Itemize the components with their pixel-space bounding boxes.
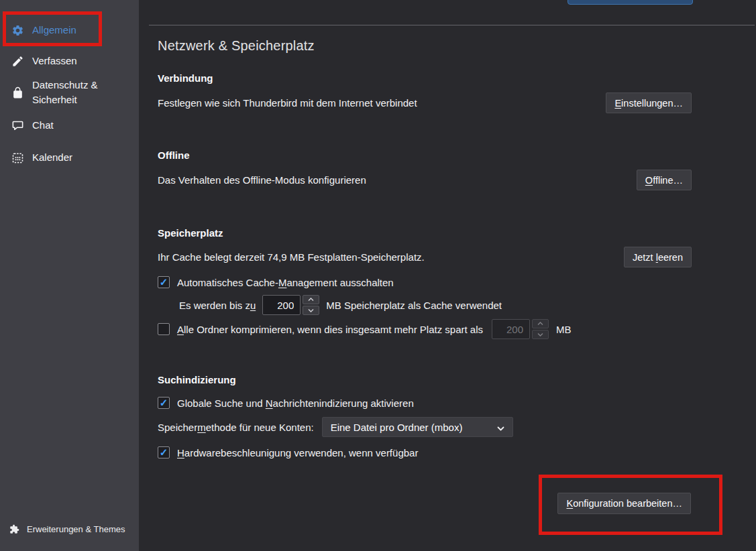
clear-cache-button[interactable]: Jetzt leeren bbox=[624, 247, 692, 267]
check-icon: ✓ bbox=[160, 277, 168, 287]
settings-content: Netzwerk & Speicherplatz Verbindung Fest… bbox=[139, 0, 756, 551]
sidebar-item-allgemein[interactable]: Allgemein bbox=[0, 19, 139, 42]
cache-size-decrement-button[interactable] bbox=[303, 306, 319, 315]
sidebar-item-label: Allgemein bbox=[32, 23, 76, 38]
cache-limit-label-pre: Es werden bis zu bbox=[179, 300, 256, 311]
connection-description: Festlegen wie sich Thunderbird mit dem I… bbox=[158, 97, 417, 109]
sidebar-item-label: Datenschutz & Sicherheit bbox=[32, 78, 111, 107]
offline-row: Das Verhalten des Offline-Modus konfigur… bbox=[158, 170, 692, 190]
global-search-checkbox[interactable]: ✓ bbox=[158, 397, 170, 409]
cache-management-checkbox-row: ✓ Automatisches Cache-Management ausscha… bbox=[158, 275, 394, 290]
settings-sidebar: Allgemein Verfassen Datenschutz & Sicher… bbox=[0, 0, 139, 551]
compact-folders-checkbox[interactable] bbox=[158, 323, 170, 335]
cache-management-label: Automatisches Cache-Management ausschalt… bbox=[177, 277, 394, 288]
calendar-icon bbox=[11, 151, 24, 164]
compact-folders-label: Alle Ordner komprimieren, wenn dies insg… bbox=[177, 324, 483, 335]
global-search-label: Globale Suche und Nachrichtenindizierung… bbox=[177, 397, 414, 409]
pencil-icon bbox=[11, 54, 24, 68]
section-title-suchindizierung: Suchindizierung bbox=[158, 374, 236, 385]
section-title-offline: Offline bbox=[158, 149, 190, 161]
sidebar-item-kalender[interactable]: Kalender bbox=[0, 147, 139, 168]
edit-config-button[interactable]: Konfiguration bearbeiten… bbox=[557, 493, 691, 514]
sidebar-item-label: Verfassen bbox=[32, 54, 77, 68]
connection-settings-button[interactable]: Einstellungen… bbox=[606, 93, 692, 113]
cache-status-row: Ihr Cache belegt derzeit 74,9 MB Festpla… bbox=[158, 247, 692, 267]
compact-threshold-input[interactable] bbox=[492, 319, 530, 339]
cache-size-input[interactable] bbox=[262, 295, 301, 315]
store-method-label: Speichermethode für neue Konten: bbox=[158, 422, 314, 433]
cache-management-checkbox[interactable]: ✓ bbox=[158, 276, 170, 288]
chevron-down-icon bbox=[497, 422, 504, 433]
sidebar-item-label: Chat bbox=[32, 118, 54, 133]
section-title-speicherplatz: Speicherplatz bbox=[158, 227, 223, 239]
sidebar-item-datenschutz-sicherheit[interactable]: Datenschutz & Sicherheit bbox=[0, 76, 139, 109]
sidebar-item-verfassen[interactable]: Verfassen bbox=[0, 51, 139, 71]
compact-threshold-increment-button[interactable] bbox=[532, 319, 549, 328]
gear-icon bbox=[11, 23, 24, 37]
compact-folders-row: Alle Ordner komprimieren, wenn dies insg… bbox=[158, 319, 572, 339]
connection-row: Festlegen wie sich Thunderbird mit dem I… bbox=[158, 93, 692, 113]
section-title-verbindung: Verbindung bbox=[158, 72, 213, 84]
hardware-acceleration-checkbox[interactable]: ✓ bbox=[158, 446, 170, 458]
offline-description: Das Verhalten des Offline-Modus konfigur… bbox=[158, 174, 366, 186]
thunderbird-settings-window: Allgemein Verfassen Datenschutz & Sicher… bbox=[0, 0, 756, 551]
cache-size-increment-button[interactable] bbox=[303, 295, 319, 304]
compact-threshold-unit: MB bbox=[556, 324, 572, 335]
section-divider bbox=[149, 25, 755, 25]
sidebar-item-chat[interactable]: Chat bbox=[0, 115, 139, 135]
sidebar-footer-label: Erweiterungen & Themes bbox=[27, 524, 125, 534]
puzzle-icon bbox=[9, 524, 19, 534]
sidebar-item-erweiterungen-themes[interactable]: Erweiterungen & Themes bbox=[0, 519, 139, 539]
global-search-row: ✓ Globale Suche und Nachrichtenindizieru… bbox=[158, 395, 414, 410]
clipped-blue-button[interactable] bbox=[568, 0, 693, 5]
hardware-acceleration-label: Hardwarebeschleunigung verwenden, wenn v… bbox=[177, 447, 418, 458]
page-title: Netzwerk & Speicherplatz bbox=[158, 38, 315, 54]
cache-limit-label-suffix: MB Speicherplatz als Cache verwendet bbox=[326, 300, 502, 311]
hardware-acceleration-row: ✓ Hardwarebeschleunigung verwenden, wenn… bbox=[158, 445, 418, 460]
store-method-row: Speichermethode für neue Konten: Eine Da… bbox=[158, 417, 513, 437]
check-icon: ✓ bbox=[160, 447, 168, 457]
sidebar-item-label: Kalender bbox=[32, 150, 72, 165]
compact-threshold-spinner bbox=[492, 319, 549, 339]
lock-icon bbox=[11, 86, 24, 99]
store-method-selected-option: Eine Datei pro Ordner (mbox) bbox=[331, 422, 463, 433]
cache-status-text: Ihr Cache belegt derzeit 74,9 MB Festpla… bbox=[158, 251, 425, 263]
compact-threshold-decrement-button[interactable] bbox=[532, 330, 549, 339]
check-icon: ✓ bbox=[160, 397, 168, 408]
chat-bubble-icon bbox=[11, 119, 24, 132]
cache-limit-row: Es werden bis zu MB Speicherplatz als Ca… bbox=[179, 295, 502, 315]
offline-button[interactable]: Offline… bbox=[637, 170, 692, 190]
store-method-select[interactable]: Eine Datei pro Ordner (mbox) bbox=[322, 417, 513, 437]
cache-size-spinner bbox=[262, 295, 319, 315]
